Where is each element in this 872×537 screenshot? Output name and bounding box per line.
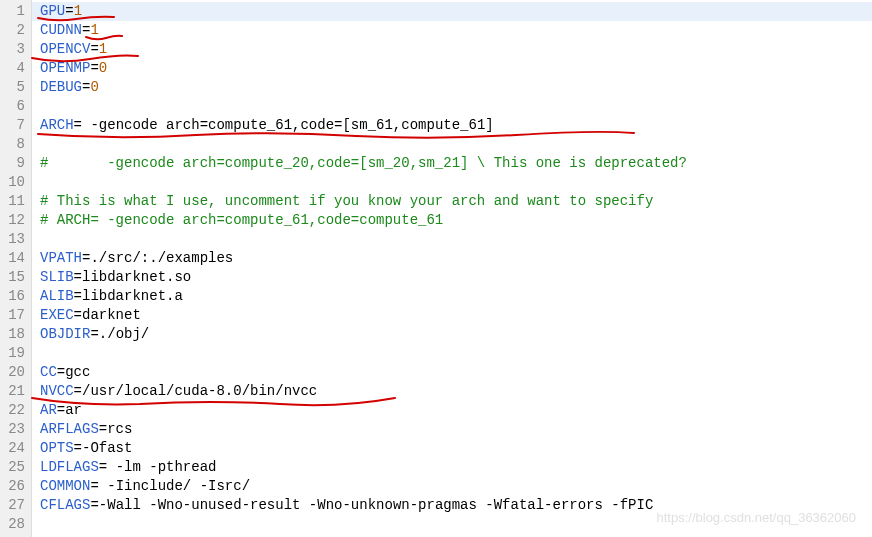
token-txt: -lm -pthread: [116, 459, 217, 475]
token-op: =: [90, 41, 98, 57]
line-number: 23: [0, 420, 25, 439]
line-number: 6: [0, 97, 25, 116]
token-txt: ar: [65, 402, 82, 418]
token-num: 1: [90, 22, 98, 38]
token-op: =: [57, 364, 65, 380]
code-line[interactable]: OBJDIR=./obj/: [40, 325, 872, 344]
line-number: 7: [0, 116, 25, 135]
code-line[interactable]: AR=ar: [40, 401, 872, 420]
code-line[interactable]: LDFLAGS= -lm -pthread: [40, 458, 872, 477]
token-kw: CUDNN: [40, 22, 82, 38]
code-line[interactable]: # This is what I use, uncomment if you k…: [40, 192, 872, 211]
code-line[interactable]: EXEC=darknet: [40, 306, 872, 325]
token-kw: EXEC: [40, 307, 74, 323]
token-txt: darknet: [82, 307, 141, 323]
token-kw: GPU: [40, 3, 65, 19]
token-op: =: [57, 402, 65, 418]
code-line[interactable]: DEBUG=0: [40, 78, 872, 97]
token-num: 0: [99, 60, 107, 76]
code-line[interactable]: OPTS=-Ofast: [40, 439, 872, 458]
code-line[interactable]: VPATH=./src/:./examples: [40, 249, 872, 268]
token-kw: ALIB: [40, 288, 74, 304]
code-line[interactable]: ALIB=libdarknet.a: [40, 287, 872, 306]
token-op: =: [74, 269, 82, 285]
code-line[interactable]: ARCH= -gencode arch=compute_61,code=[sm_…: [40, 116, 872, 135]
line-number: 26: [0, 477, 25, 496]
token-kw: NVCC: [40, 383, 74, 399]
token-op: =: [90, 478, 107, 494]
line-number: 14: [0, 249, 25, 268]
token-txt: ./obj/: [99, 326, 149, 342]
token-kw: VPATH: [40, 250, 82, 266]
token-kw: CFLAGS: [40, 497, 90, 513]
line-number: 5: [0, 78, 25, 97]
code-line[interactable]: OPENMP=0: [40, 59, 872, 78]
token-txt: gcc: [65, 364, 90, 380]
token-cmt: # -gencode arch=compute_20,code=[sm_20,s…: [40, 155, 687, 171]
code-line[interactable]: [40, 230, 872, 249]
token-txt: -Wall -Wno-unused-result -Wno-unknown-pr…: [99, 497, 654, 513]
token-op: =: [99, 421, 107, 437]
line-number: 8: [0, 135, 25, 154]
token-txt: ./src/:./examples: [90, 250, 233, 266]
code-line[interactable]: [40, 344, 872, 363]
line-number: 9: [0, 154, 25, 173]
token-txt: -Iinclude/ -Isrc/: [107, 478, 250, 494]
line-number: 27: [0, 496, 25, 515]
token-num: 1: [74, 3, 82, 19]
code-line[interactable]: CC=gcc: [40, 363, 872, 382]
code-area[interactable]: GPU=1CUDNN=1OPENCV=1OPENMP=0DEBUG=0 ARCH…: [32, 0, 872, 537]
token-kw: OPENCV: [40, 41, 90, 57]
code-line[interactable]: COMMON= -Iinclude/ -Isrc/: [40, 477, 872, 496]
token-txt: libdarknet.a: [82, 288, 183, 304]
token-kw: OPENMP: [40, 60, 90, 76]
token-op: =: [99, 459, 116, 475]
line-number: 28: [0, 515, 25, 534]
code-editor: 1234567891011121314151617181920212223242…: [0, 0, 872, 537]
code-line[interactable]: NVCC=/usr/local/cuda-8.0/bin/nvcc: [40, 382, 872, 401]
token-op: =: [90, 60, 98, 76]
code-line[interactable]: [40, 135, 872, 154]
token-cmt: # This is what I use, uncomment if you k…: [40, 193, 653, 209]
token-op: =: [74, 288, 82, 304]
token-txt: libdarknet.so: [82, 269, 191, 285]
code-line[interactable]: # -gencode arch=compute_20,code=[sm_20,s…: [40, 154, 872, 173]
token-op: =: [90, 497, 98, 513]
token-kw: ARCH: [40, 117, 74, 133]
code-line[interactable]: [40, 97, 872, 116]
line-number-gutter: 1234567891011121314151617181920212223242…: [0, 0, 32, 537]
token-op: =: [74, 383, 82, 399]
line-number: 1: [0, 2, 25, 21]
line-number: 11: [0, 192, 25, 211]
token-kw: DEBUG: [40, 79, 82, 95]
line-number: 2: [0, 21, 25, 40]
watermark-text: https://blog.csdn.net/qq_36362060: [657, 510, 857, 525]
line-number: 12: [0, 211, 25, 230]
line-number: 17: [0, 306, 25, 325]
token-op: =: [74, 440, 82, 456]
line-number: 15: [0, 268, 25, 287]
token-kw: ARFLAGS: [40, 421, 99, 437]
line-number: 19: [0, 344, 25, 363]
line-number: 13: [0, 230, 25, 249]
token-kw: CC: [40, 364, 57, 380]
line-number: 20: [0, 363, 25, 382]
current-line-highlight: [32, 2, 872, 21]
line-number: 10: [0, 173, 25, 192]
code-line[interactable]: ARFLAGS=rcs: [40, 420, 872, 439]
token-txt: /usr/local/cuda-8.0/bin/nvcc: [82, 383, 317, 399]
token-cmt: # ARCH= -gencode arch=compute_61,code=co…: [40, 212, 443, 228]
line-number: 18: [0, 325, 25, 344]
token-txt: rcs: [107, 421, 132, 437]
code-line[interactable]: [40, 173, 872, 192]
token-txt: -gencode arch=compute_61,code=[sm_61,com…: [90, 117, 493, 133]
code-line[interactable]: OPENCV=1: [40, 40, 872, 59]
code-line[interactable]: CUDNN=1: [40, 21, 872, 40]
token-kw: LDFLAGS: [40, 459, 99, 475]
line-number: 21: [0, 382, 25, 401]
token-txt: -Ofast: [82, 440, 132, 456]
code-line[interactable]: # ARCH= -gencode arch=compute_61,code=co…: [40, 211, 872, 230]
token-op: =: [74, 117, 91, 133]
line-number: 4: [0, 59, 25, 78]
code-line[interactable]: SLIB=libdarknet.so: [40, 268, 872, 287]
